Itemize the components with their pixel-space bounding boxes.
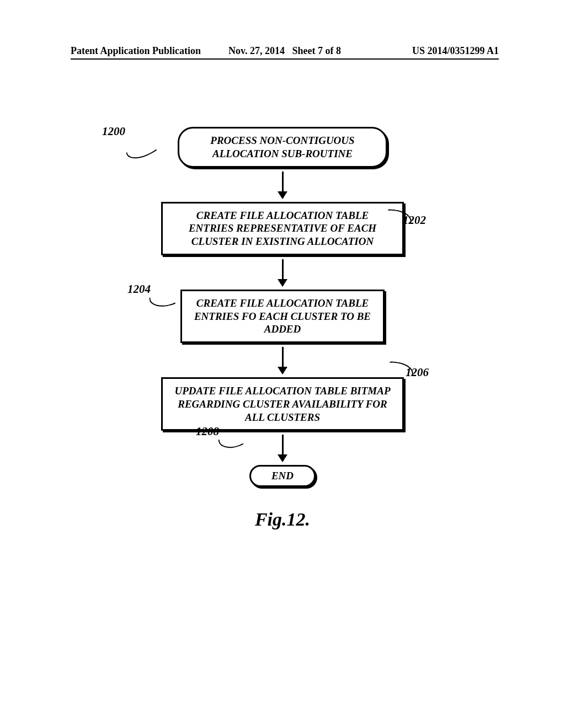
reference-label-1208: 1208	[196, 425, 219, 438]
reference-label-1200: 1200	[102, 125, 125, 138]
arrow-2	[282, 255, 284, 290]
start-terminator: PROCESS NON-CONTIGUOUS ALLOCATION SUB-RO…	[178, 127, 387, 168]
flowchart: PROCESS NON-CONTIGUOUS ALLOCATION SUB-RO…	[0, 127, 565, 487]
header-right: US 2014/0351299 A1	[356, 45, 499, 57]
process-step-3: UPDATE FILE ALLOCATION TABLE BITMAP REGA…	[161, 377, 404, 431]
arrow-3	[282, 343, 284, 377]
arrow-1	[282, 168, 284, 202]
arrow-4	[282, 431, 284, 465]
process-step-1: CREATE FILE ALLOCATION TABLE ENTRIES REP…	[161, 202, 404, 255]
header-divider	[71, 58, 499, 60]
header-date: Nov. 27, 2014	[228, 45, 285, 56]
figure-caption: Fig.12.	[0, 509, 565, 530]
header-center: Nov. 27, 2014 Sheet 7 of 8	[214, 45, 356, 57]
header-left: Patent Application Publication	[71, 45, 214, 57]
process-step-2: CREATE FILE ALLOCATION TABLE ENTRIES FO …	[180, 290, 385, 343]
reference-label-1204: 1204	[127, 282, 151, 296]
page-header: Patent Application Publication Nov. 27, …	[0, 45, 565, 57]
header-sheet: Sheet 7 of 8	[292, 45, 342, 56]
end-terminator: END	[249, 465, 316, 487]
